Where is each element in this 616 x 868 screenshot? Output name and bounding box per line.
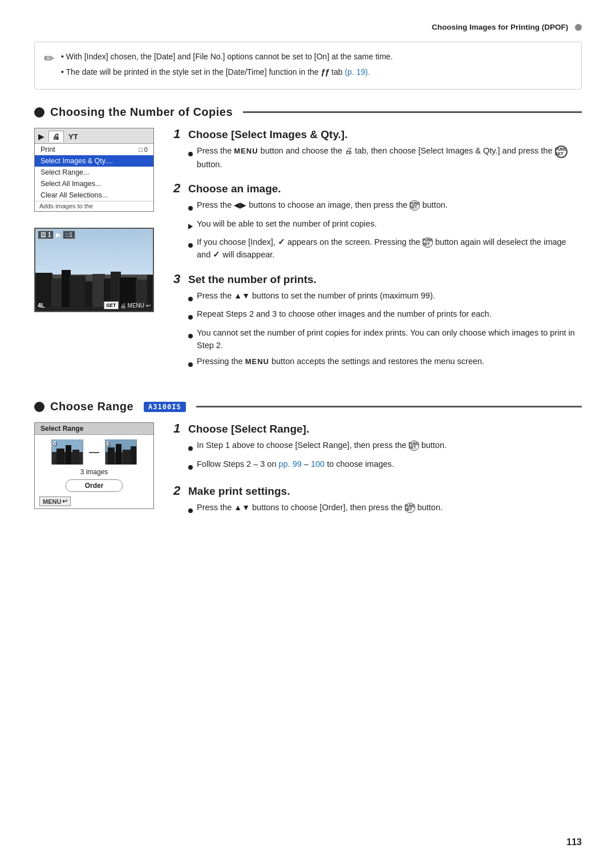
section2-step2-bullet1-text: Press the ▲▼ buttons to choose [Order], … xyxy=(197,501,443,514)
step1-content: Press the MENU button and choose the 🖨 t… xyxy=(188,144,582,171)
step1-header: 1 Choose [Select Images & Qty.]. xyxy=(173,128,582,141)
note-bullet-1: • With [Index] chosen, the [Date] and [F… xyxy=(61,50,393,63)
bullet-circle-icon7 xyxy=(188,362,193,367)
page-header: Choosing Images for Printing (DPOF) xyxy=(34,23,582,31)
step3-bullet3-text: You cannot set the number of print copie… xyxy=(197,326,582,352)
range-thumb-right: 6 xyxy=(105,439,137,465)
select-range-screen: Select Range 4 — 6 xyxy=(34,422,154,509)
hud-print-icon: 🖨 xyxy=(120,302,126,309)
step3-bullet4-text: Pressing the MENU button accepts the set… xyxy=(197,355,484,368)
svg-rect-18 xyxy=(108,447,115,465)
page-number: 113 xyxy=(566,837,582,847)
triangle-icon xyxy=(188,224,193,229)
hud-box-left: 🖼 1 xyxy=(38,231,54,239)
step1-bullet1-text: Press the MENU button and choose the 🖨 t… xyxy=(197,144,582,171)
step3-bullet3: You cannot set the number of print copie… xyxy=(188,326,582,352)
range-right-num: 6 xyxy=(107,441,110,447)
step2-bullet3-text: If you choose [Index], ✓ appears on the … xyxy=(197,236,582,261)
link-pp99[interactable]: pp. 99 xyxy=(278,459,301,469)
section2-badge: A3100IS xyxy=(144,402,186,412)
step3-content: Press the ▲▼ buttons to set the number o… xyxy=(188,289,582,370)
func-set-btn: FUNCSET xyxy=(555,146,568,158)
section2-title: Choose Range xyxy=(50,400,133,413)
section2-step2-title: Make print settings. xyxy=(188,485,290,498)
range-thumb-left: 4 xyxy=(51,439,83,465)
menu-item-print[interactable]: Print □ 0 xyxy=(35,144,153,155)
hud-arrow: ▶ xyxy=(56,231,60,239)
bullet-circle-icon5 xyxy=(188,315,193,320)
menu-tab-play: ▶ xyxy=(38,132,44,141)
section1-title: Choosing the Number of Copies xyxy=(50,106,233,119)
svg-rect-19 xyxy=(116,444,121,465)
step3: 3 Set the number of prints. Press the ▲▼… xyxy=(173,273,582,370)
menu-item-select-images[interactable]: Select Images & Qty.... xyxy=(35,155,153,167)
step3-bullet1-text: Press the ▲▼ buttons to set the number o… xyxy=(197,289,435,302)
page: Choosing Images for Printing (DPOF) ✏ • … xyxy=(0,0,616,868)
range-menu-back: MENU ↩ xyxy=(39,496,71,506)
menu-item-clear-all[interactable]: Clear All Selections... xyxy=(35,189,153,201)
back-arrow-icon: ↩ xyxy=(62,498,67,505)
bullet-circle-s2-1 xyxy=(188,446,193,451)
section1-content: ▶ 🖨 YT Print □ 0 Select Images & Qty....… xyxy=(34,128,582,382)
range-dash: — xyxy=(89,446,99,458)
func-set-btn3: FUNCSET xyxy=(423,237,433,248)
step2-bullet2-text: You will be able to set the number of pr… xyxy=(197,217,376,230)
menu-tab-print: 🖨 xyxy=(48,131,64,142)
hud-menu-text: MENU xyxy=(128,302,144,309)
section2-step2-number: 2 xyxy=(173,485,184,497)
section2-step1-bullet2: Follow Steps 2 – 3 on pp. 99 – 100 to ch… xyxy=(188,458,582,473)
step1-number: 1 xyxy=(173,128,184,140)
menu-item-select-all[interactable]: Select All Images... xyxy=(35,178,153,189)
func-set-btn-s2: FUNCSET xyxy=(409,441,419,451)
step3-header: 3 Set the number of prints. xyxy=(173,273,582,286)
pencil-icon: ✏ xyxy=(44,51,54,66)
section1-heading: Choosing the Number of Copies xyxy=(34,106,582,119)
step3-title: Set the number of prints. xyxy=(188,273,317,286)
section2-step2-bullet1: Press the ▲▼ buttons to choose [Order], … xyxy=(188,501,582,516)
range-left-num: 4 xyxy=(53,441,56,447)
step2-content: Press the ◀▶ buttons to choose an image,… xyxy=(188,199,582,261)
section1-left: ▶ 🖨 YT Print □ 0 Select Images & Qty....… xyxy=(34,128,160,382)
func-set-btn2: FUNCSET xyxy=(410,200,420,211)
note-page-link[interactable]: (p. 19). xyxy=(345,67,370,76)
arrow-ud-icon: ▲▼ xyxy=(234,291,250,300)
step3-bullet2-text: Repeat Steps 2 and 3 to choose other ima… xyxy=(197,308,492,320)
bullet-circle-icon6 xyxy=(188,334,193,338)
step2-bullet1: Press the ◀▶ buttons to choose an image,… xyxy=(188,199,582,214)
section2-step1-bullet1: In Step 1 above to choose [Select Range]… xyxy=(188,439,582,454)
arrow-ud-icon2: ▲▼ xyxy=(234,503,250,512)
section2-heading: Choose Range A3100IS xyxy=(34,400,582,413)
range-thumb-svg-right xyxy=(106,439,136,465)
menu-item-select-all-label: Select All Images... xyxy=(40,180,101,188)
camera-screen: 🖼 1 ▶ □1 4L SET 🖨 MENU ↩ xyxy=(34,228,154,312)
svg-rect-14 xyxy=(66,445,71,465)
section2-step2-header: 2 Make print settings. xyxy=(173,485,582,498)
hud-set-btn: SET xyxy=(104,301,119,309)
section1-heading-line xyxy=(243,111,582,113)
bullet-circle-s2-3 xyxy=(188,508,193,513)
section2-step1-header: 1 Choose [Select Range]. xyxy=(173,422,582,435)
ft-symbol: ƒƒ xyxy=(321,67,330,76)
header-bullet xyxy=(575,24,582,31)
link-pp100[interactable]: 100 xyxy=(311,459,325,469)
range-count: 3 images xyxy=(35,467,153,477)
func-set-btn-s2-2: FUNCSET xyxy=(405,503,415,513)
section2-step1-bullet2-text: Follow Steps 2 – 3 on pp. 99 – 100 to ch… xyxy=(197,458,394,470)
step2-header: 2 Choose an image. xyxy=(173,182,582,195)
step2-bullet2: You will be able to set the number of pr… xyxy=(188,217,582,233)
menu-item-select-range[interactable]: Select Range... xyxy=(35,167,153,178)
step2-title: Choose an image. xyxy=(188,183,281,195)
note-bullet-2: • The date will be printed in the style … xyxy=(61,65,393,79)
bullet-circle-icon xyxy=(188,152,193,156)
bullet-circle-icon3 xyxy=(188,243,193,248)
section2-step1-title: Choose [Select Range]. xyxy=(188,423,309,435)
range-menu-footer: MENU ↩ xyxy=(35,494,153,506)
menu-btn-icon: MENU xyxy=(234,146,258,157)
svg-rect-13 xyxy=(56,449,64,465)
step1-title: Choose [Select Images & Qty.]. xyxy=(188,128,347,141)
range-order-btn[interactable]: Order xyxy=(66,479,123,492)
menu-item-select-images-label: Select Images & Qty.... xyxy=(40,157,113,165)
step3-bullet2: Repeat Steps 2 and 3 to choose other ima… xyxy=(188,308,582,323)
menu-tab-row: ▶ 🖨 YT xyxy=(35,128,153,144)
menu-item-print-value: □ 0 xyxy=(139,146,148,153)
